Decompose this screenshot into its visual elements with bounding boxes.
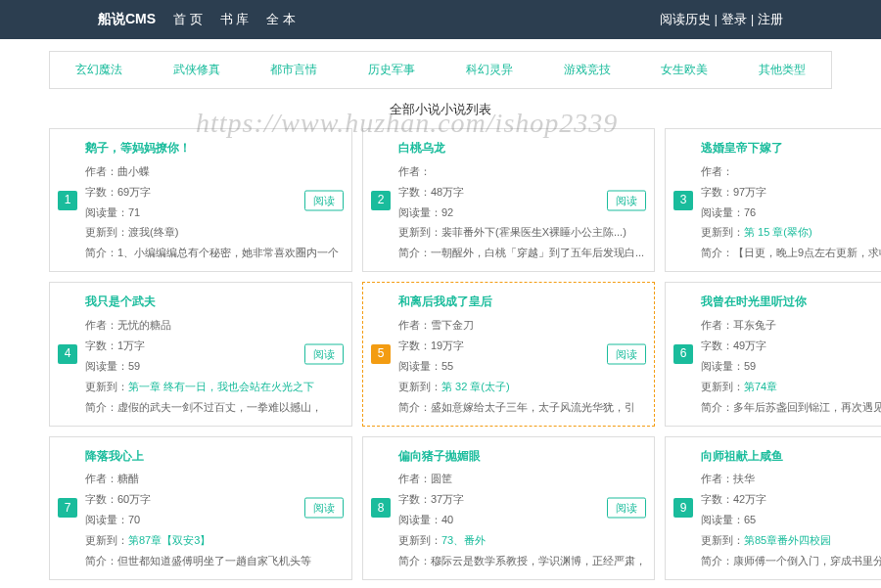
book-author: 作者：糖醋 — [85, 469, 344, 489]
cat-link[interactable]: 武侠修真 — [173, 62, 220, 78]
read-button[interactable]: 阅读 — [607, 190, 646, 210]
book-update: 更新到：裴菲番外下(霍果医生X裸睡小公主陈...) — [398, 222, 646, 243]
book-author: 作者：无忧的糖品 — [85, 315, 344, 336]
read-button[interactable]: 阅读 — [607, 498, 646, 519]
brand-logo[interactable]: 船说CMS — [98, 11, 156, 28]
book-author: 作者： — [701, 161, 881, 182]
login-link[interactable]: 登录 — [721, 11, 747, 28]
read-button[interactable]: 阅读 — [304, 343, 344, 364]
rank-badge: 7 — [58, 498, 77, 518]
book-author: 作者：圆筐 — [398, 469, 646, 489]
rank-badge: 8 — [371, 498, 391, 518]
rank-badge: 4 — [58, 344, 77, 364]
page-title: 全部小说小说列表 — [49, 101, 832, 118]
read-button[interactable]: 阅读 — [304, 190, 344, 210]
header-right: 阅读历史 | 登录 | 注册 — [660, 11, 783, 28]
book-intro: 简介：但世都知道盛傅明坐了一趟自家飞机头等 — [85, 551, 344, 571]
book-card: 7降落我心上作者：糖醋字数：60万字阅读量：70更新到：第87章【双安3】简介：… — [49, 436, 352, 580]
read-history-link[interactable]: 阅读历史 — [660, 11, 711, 28]
nav-complete[interactable]: 全 本 — [266, 11, 296, 28]
book-author: 作者： — [398, 161, 646, 182]
book-words: 字数：97万字 — [701, 182, 881, 203]
top-header: 船说CMS 首 页 书 库 全 本 阅读历史 | 登录 | 注册 — [0, 0, 881, 39]
book-author: 作者：曲小蝶 — [85, 161, 344, 182]
rank-badge: 9 — [673, 498, 693, 518]
book-intro: 简介：盛如意嫁给太子三年，太子风流光华犹，引 — [398, 397, 646, 418]
book-card: 4我只是个武夫作者：无忧的糖品字数：1万字阅读量：59更新到：第一章 终有一日，… — [49, 282, 352, 426]
book-title[interactable]: 降落我心上 — [85, 445, 344, 468]
rank-badge: 1 — [58, 191, 77, 210]
book-reads: 阅读量：65 — [701, 510, 881, 530]
book-update: 更新到：渡我(终章) — [85, 222, 344, 243]
book-title[interactable]: 向师祖献上咸鱼 — [701, 445, 881, 468]
book-update: 更新到：第 32 章(太子) — [398, 377, 646, 397]
book-words: 字数：42万字 — [701, 489, 881, 510]
book-title[interactable]: 偏向猪子抛媚眼 — [398, 445, 646, 468]
book-intro: 简介：【日更，晚上9点左右更新，求收藏呀，超甜 — [701, 243, 881, 263]
cat-link[interactable]: 女生欧美 — [661, 62, 708, 78]
separator: | — [751, 13, 754, 26]
book-words: 字数：49万字 — [701, 336, 881, 356]
book-update: 更新到：第74章 — [701, 377, 881, 397]
book-title[interactable]: 我曾在时光里听过你 — [701, 291, 881, 313]
rank-badge: 3 — [673, 191, 693, 210]
book-title[interactable]: 逃婚皇帝下嫁了 — [701, 137, 881, 159]
header-left: 船说CMS 首 页 书 库 全 本 — [98, 11, 296, 28]
book-intro: 简介：康师傅一个倒入门，穿成书里分到最际的弟子，教 — [701, 551, 881, 571]
book-update: 更新到：第85章番外四校园 — [701, 530, 881, 551]
cat-link[interactable]: 历史军事 — [368, 62, 415, 78]
book-title[interactable]: 和离后我成了皇后 — [398, 291, 646, 313]
book-card: 1鹅子，等妈妈撩你！作者：曲小蝶字数：69万字阅读量：71更新到：渡我(终章)简… — [49, 128, 352, 272]
nav-library[interactable]: 书 库 — [220, 11, 250, 28]
cat-link[interactable]: 科幻灵异 — [466, 62, 513, 78]
book-author: 作者：雪下金刀 — [398, 315, 646, 336]
rank-badge: 6 — [673, 344, 693, 364]
book-card: 5和离后我成了皇后作者：雪下金刀字数：19万字阅读量：55更新到：第 32 章(… — [362, 282, 655, 426]
category-nav: 玄幻魔法 武侠修真 都市言情 历史军事 科幻灵异 游戏竞技 女生欧美 其他类型 — [49, 51, 832, 89]
book-card: 2白桃乌龙作者：字数：48万字阅读量：92更新到：裴菲番外下(霍果医生X裸睡小公… — [362, 128, 655, 272]
book-intro: 简介：虚假的武夫一剑不过百丈，一拳难以撼山， — [85, 397, 344, 418]
book-grid: 1鹅子，等妈妈撩你！作者：曲小蝶字数：69万字阅读量：71更新到：渡我(终章)简… — [49, 128, 832, 588]
register-link[interactable]: 注册 — [758, 11, 783, 28]
book-author: 作者：扶华 — [701, 469, 881, 489]
book-card: 6我曾在时光里听过你作者：耳东兔子字数：49万字阅读量：59更新到：第74章简介… — [665, 282, 881, 426]
book-reads: 阅读量：76 — [701, 203, 881, 223]
cat-link[interactable]: 玄幻魔法 — [75, 62, 122, 78]
book-update: 更新到：73、番外 — [398, 530, 646, 551]
book-update: 更新到：第87章【双安3】 — [85, 530, 344, 551]
book-title[interactable]: 白桃乌龙 — [398, 137, 646, 159]
book-card: 3逃婚皇帝下嫁了作者：字数：97万字阅读量：76更新到：第 15 章(翠你)简介… — [665, 128, 881, 272]
cat-link[interactable]: 都市言情 — [270, 62, 317, 78]
book-title[interactable]: 鹅子，等妈妈撩你！ — [85, 137, 344, 159]
book-intro: 简介：穆际云是数学系教授，学识渊博，正经严肃， — [398, 551, 646, 571]
nav-home[interactable]: 首 页 — [173, 11, 203, 28]
book-card: 9向师祖献上咸鱼作者：扶华字数：42万字阅读量：65更新到：第85章番外四校园简… — [665, 436, 881, 580]
read-button[interactable]: 阅读 — [607, 343, 646, 364]
read-button[interactable]: 阅读 — [304, 498, 344, 519]
book-reads: 阅读量：59 — [701, 356, 881, 377]
separator: | — [715, 13, 718, 26]
rank-badge: 2 — [371, 191, 391, 210]
book-update: 更新到：第 15 章(翠你) — [701, 222, 881, 243]
book-intro: 简介：多年后苏盏回到锦江，再次遇见了那个人。 — [701, 397, 881, 418]
cat-link[interactable]: 游戏竞技 — [564, 62, 611, 78]
book-intro: 简介：一朝醒外，白桃「穿越」到了五年后发现白... — [398, 243, 646, 263]
book-intro: 简介：1、小编编编总有个秘密，她非常喜欢圈内一个 — [85, 243, 344, 263]
book-card: 8偏向猪子抛媚眼作者：圆筐字数：37万字阅读量：40更新到：73、番外简介：穆际… — [362, 436, 655, 580]
rank-badge: 5 — [371, 344, 391, 364]
cat-link[interactable]: 其他类型 — [759, 62, 806, 78]
book-author: 作者：耳东兔子 — [701, 315, 881, 336]
book-title[interactable]: 我只是个武夫 — [85, 291, 344, 313]
book-update: 更新到：第一章 终有一日，我也会站在火光之下 — [85, 377, 344, 397]
